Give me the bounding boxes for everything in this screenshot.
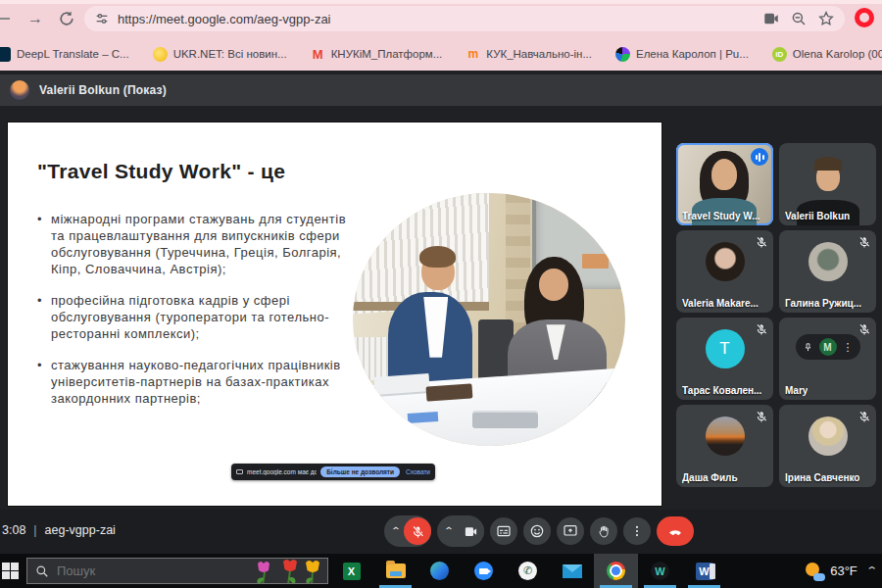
zoom-page-icon[interactable] (790, 10, 808, 27)
hand-icon (597, 524, 612, 539)
taskbar-icon-word[interactable]: W (682, 554, 726, 588)
participant-tile-mary[interactable]: M ⋮ Mary (779, 318, 876, 400)
slide-bullet: стажування науково-педагогічних працівни… (35, 357, 351, 407)
forward-button[interactable]: → (25, 9, 45, 28)
back-button[interactable] (0, 18, 10, 20)
tab-camera-icon[interactable] (762, 10, 780, 27)
more-options-icon[interactable]: ⋮ (843, 342, 854, 352)
screen-share-notice: meet.google.com має доступ до вашого екр… (231, 464, 435, 480)
mail-icon (563, 564, 582, 578)
participant-tile-galyna[interactable]: Галина Ружиц... (779, 230, 876, 313)
pin-icon[interactable] (803, 342, 813, 353)
edge-icon (430, 562, 449, 580)
taskbar-icon-explorer[interactable] (373, 554, 417, 588)
file-explorer-icon (386, 564, 406, 578)
participant-name: Тарас Ковален... (682, 385, 761, 396)
participant-name: Даша Филь (682, 472, 738, 483)
taskbar-icon-webex[interactable]: W (638, 554, 682, 588)
url-text: https://meet.google.com/aeg-vgpp-zai (118, 12, 753, 26)
present-screen-button[interactable] (557, 517, 584, 545)
start-button[interactable] (2, 563, 19, 579)
webex-icon: W (651, 562, 669, 580)
slide-title: "Travel Study Work" - це (37, 160, 285, 183)
bookmark-label: КУК_Навчально-ін... (486, 48, 592, 60)
avatar-letter: T (706, 329, 745, 368)
bookmark-star-icon[interactable] (817, 10, 835, 27)
speaking-indicator-icon (751, 148, 768, 166)
bookmark-item-knukim[interactable]: M КНУКіМ_Платформ... (311, 47, 443, 62)
opera-logo-icon[interactable] (855, 8, 874, 27)
taskbar-icon-zoom[interactable] (462, 554, 506, 588)
mic-control: ⌃ (384, 515, 431, 547)
address-bar[interactable]: https://meet.google.com/aeg-vgpp-zai (84, 6, 845, 31)
participant-tile-dasha[interactable]: Даша Филь (676, 405, 773, 487)
taskbar-icon-excel[interactable]: X (329, 554, 373, 588)
more-options-button[interactable] (623, 517, 651, 545)
bookmark-item-ukrnet[interactable]: UKR.NET: Всі новин... (153, 47, 287, 62)
excel-icon: X (343, 563, 361, 580)
raise-hand-button[interactable] (590, 517, 617, 545)
stop-sharing-button[interactable]: Більше не дозволяти (320, 466, 400, 477)
word-icon: W (696, 563, 713, 580)
call-controls: ⌃ ⌃ (384, 515, 694, 547)
participant-grid: Travel Study W... Valerii Bolkun Valeria… (676, 143, 876, 487)
mic-options-chevron-icon[interactable]: ⌃ (388, 525, 404, 537)
camera-options-chevron-icon[interactable]: ⌃ (441, 525, 457, 537)
end-call-button[interactable] (657, 516, 694, 546)
reactions-button[interactable] (523, 517, 551, 545)
gmail-icon: M (311, 47, 325, 62)
search-input[interactable] (57, 564, 194, 578)
tile-hover-controls: M ⋮ (796, 334, 860, 360)
participant-tile-taras[interactable]: T Тарас Ковален... (676, 318, 773, 400)
participant-tile-travel-study[interactable]: Travel Study W... (676, 143, 773, 225)
avatar (706, 416, 745, 456)
photo-shape-screen-mark (582, 254, 610, 269)
mic-toggle-button[interactable] (404, 517, 431, 545)
video-figure (814, 157, 842, 171)
mini-avatar: M (819, 338, 837, 356)
bookmark-label: Olena Karolop (000... (793, 48, 882, 60)
mic-off-icon (858, 410, 871, 423)
bookmarks-bar: DeepL Translate – C... UKR.NET: Всі нови… (0, 37, 882, 71)
participant-name: Ірина Савченко (785, 472, 859, 483)
reload-button[interactable] (57, 9, 76, 28)
participant-tile-valerii[interactable]: Valerii Bolkun (779, 143, 876, 225)
taskbar-icon-chrome[interactable] (594, 554, 638, 588)
participant-name: Travel Study W... (682, 211, 760, 221)
taskbar-search[interactable] (26, 558, 328, 584)
mic-off-icon (858, 322, 871, 336)
system-tray: 63°F ⌃ (806, 554, 876, 588)
bookmark-label: DeepL Translate – C... (17, 48, 129, 60)
taskbar-weather[interactable]: 63°F (806, 563, 858, 580)
taskbar-icon-whatsapp[interactable]: ✆ (506, 554, 550, 588)
site-settings-icon[interactable] (94, 11, 110, 26)
meet-control-bar: 3:08 | aeg-vgpp-zai ⌃ ⌃ (0, 510, 882, 554)
browser-toolbar: → https://meet.google.com/aeg-vgpp-zai (0, 0, 882, 37)
taskbar-icon-edge[interactable] (417, 554, 462, 588)
bookmark-label: UKR.NET: Всі новин... (173, 48, 287, 60)
video-figure (711, 159, 737, 190)
taskbar-icon-mail[interactable] (550, 554, 594, 588)
captions-button[interactable] (490, 517, 517, 545)
reload-icon (57, 9, 76, 28)
photo-shape-woman-face (539, 269, 567, 300)
taskbar-app-icons: X ✆ W W (329, 554, 726, 588)
mic-off-icon (755, 235, 768, 249)
present-icon (563, 523, 578, 539)
participant-tile-iryna[interactable]: Ірина Савченко (779, 405, 876, 487)
camera-toggle-button[interactable] (457, 517, 484, 545)
bookmark-item-orcid[interactable]: iD Olena Karolop (000... (772, 47, 882, 62)
meeting-info: 3:08 | aeg-vgpp-zai (2, 523, 116, 537)
hide-notice-link[interactable]: Сховати (406, 468, 430, 475)
participant-tile-valeria[interactable]: Valeria Makare... (676, 230, 773, 313)
publons-icon (615, 47, 630, 62)
avatar (808, 416, 848, 456)
bookmark-item-karolop[interactable]: Елена Каролоп | Pu... (615, 47, 749, 62)
camera-control: ⌃ (437, 515, 484, 547)
bookmark-label: КНУКіМ_Платформ... (331, 48, 443, 60)
mic-off-icon (411, 524, 425, 539)
bookmark-item-kuk[interactable]: m КУК_Навчально-ін... (466, 47, 592, 62)
mic-off-icon (858, 235, 871, 249)
bookmark-item-deepl[interactable]: DeepL Translate – C... (4, 47, 129, 62)
tray-chevron-icon[interactable]: ⌃ (865, 564, 878, 577)
